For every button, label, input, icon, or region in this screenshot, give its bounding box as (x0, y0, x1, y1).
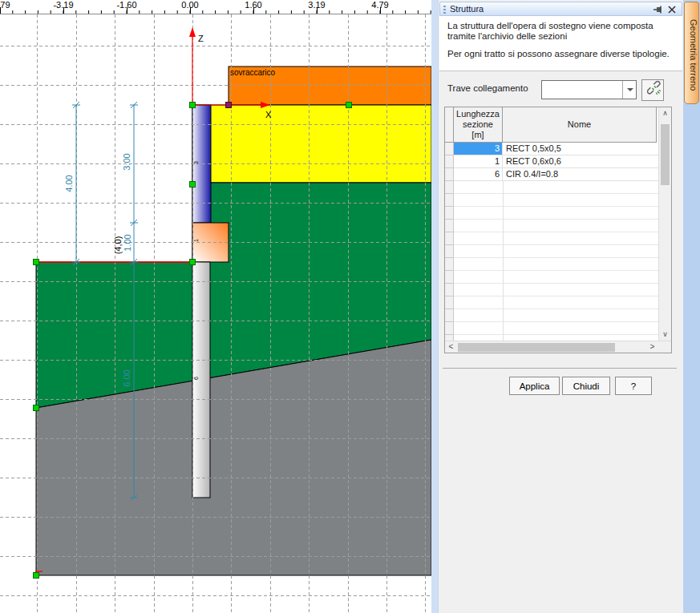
dimension-4m: 4.00 (64, 175, 74, 192)
trave-collegamento-input[interactable] (543, 82, 622, 98)
app-window: sovraccarico Z X 4.00 3.00 1.00 (0, 0, 700, 613)
ruler-label: 1.60 (245, 0, 261, 10)
panel-description: La struttura dell'opera di sostegno vien… (439, 16, 682, 71)
vertex-handle[interactable] (34, 260, 39, 265)
cell-lunghezza[interactable]: 1 (454, 155, 503, 168)
segment-tag-2: 1 (193, 239, 199, 242)
ruler-label: 3.19 (308, 0, 325, 10)
separator (443, 368, 677, 369)
vertex-handle[interactable] (190, 182, 196, 188)
segment-tag-3: 6 (193, 377, 199, 380)
vertical-scroll-thumb[interactable] (661, 124, 670, 185)
close-icon[interactable] (666, 4, 678, 15)
cell-nome[interactable]: RECT 0,6x0,6 (503, 155, 658, 168)
cell-nome[interactable]: CIR 0.4/I=0.8 (503, 168, 658, 181)
description-line-1: La struttura dell'opera di sostegno vien… (447, 21, 674, 42)
x-axis-label: X (265, 110, 272, 119)
tab-geometria-terreno[interactable]: Geometria terreno (684, 2, 699, 104)
ruler-label: 0.00 (181, 0, 198, 10)
scroll-left-icon[interactable] (445, 341, 457, 353)
vertex-handle[interactable] (34, 405, 39, 411)
row-header-column (445, 143, 454, 341)
horizontal-scrollbar[interactable] (445, 341, 671, 353)
vertical-scrollbar[interactable] (658, 107, 671, 341)
help-button[interactable]: ? (615, 377, 652, 395)
pin-icon[interactable] (653, 4, 664, 15)
table-body[interactable]: 3 RECT 0,5x0,5 1 RECT 0,6x0,6 6 CIR 0.4/… (445, 143, 658, 341)
ruler-label: -1.60 (116, 0, 136, 10)
dimension-3m: 3.00 (122, 153, 132, 170)
scroll-up-icon[interactable] (659, 107, 671, 119)
segment-tag-1: 3 (193, 161, 199, 164)
z-axis: Z (189, 27, 204, 105)
panel-titlebar[interactable]: Struttura (439, 2, 682, 16)
scroll-down-icon[interactable] (659, 329, 671, 341)
vertex-handle[interactable] (346, 103, 352, 108)
level-annotation: (4,0) (113, 236, 123, 255)
table-corner-cell (445, 107, 454, 143)
drag-grip-icon[interactable] (443, 6, 446, 14)
cell-nome[interactable]: RECT 0,5x0,5 (503, 143, 658, 155)
scroll-right-icon[interactable] (646, 341, 658, 353)
table-row[interactable]: 1 RECT 0,6x0,6 (454, 155, 658, 168)
horizontal-scroll-thumb[interactable] (458, 343, 615, 352)
description-line-2: Per ogni tratto si possono assegnare div… (447, 49, 674, 59)
column-header-nome[interactable]: Nome (503, 107, 657, 143)
vertex-handle[interactable] (34, 573, 39, 579)
sections-table[interactable]: Lunghezza sezione [m] Nome 3 RECT 0,5x0,… (444, 107, 672, 353)
unlink-button[interactable] (641, 79, 664, 101)
trave-collegamento-label: Trave collegamento (447, 83, 528, 93)
chevron-down-icon[interactable] (622, 81, 636, 99)
cell-lunghezza[interactable]: 6 (454, 168, 503, 181)
struttura-panel: Struttura La struttura dell'opera di sos… (438, 0, 683, 613)
dock-gap (431, 0, 438, 613)
z-axis-label: Z (198, 34, 204, 43)
z-axis-arrow-icon (189, 27, 196, 37)
column-header-lunghezza[interactable]: Lunghezza sezione [m] (454, 107, 503, 143)
dimension-1m: 1.00 (123, 234, 132, 251)
vertex-handle[interactable] (226, 103, 232, 108)
panel-title: Struttura (450, 4, 484, 14)
dimension-6m: 6.00 (122, 369, 132, 386)
table-row[interactable]: 3 RECT 0,5x0,5 (454, 143, 658, 155)
dock-strip: Geometria terreno (683, 0, 700, 613)
ruler-label: 4.79 (371, 0, 388, 10)
ruler-label: -3.19 (53, 0, 73, 10)
drawing-canvas[interactable]: sovraccarico Z X 4.00 3.00 1.00 (0, 0, 431, 613)
soil-layer-yellow[interactable] (192, 105, 431, 183)
table-row[interactable]: 6 CIR 0.4/I=0.8 (454, 168, 658, 181)
surcharge-label: sovraccarico (230, 68, 276, 77)
cell-lunghezza[interactable]: 3 (454, 143, 503, 155)
broken-link-icon (647, 81, 663, 97)
applica-button[interactable]: Applica (509, 377, 560, 395)
vertex-handle[interactable] (190, 260, 196, 265)
chiudi-button[interactable]: Chiudi (562, 377, 610, 395)
horizontal-ruler: -4.79 -3.19 -1.60 0.00 1.60 3.19 4.79 (0, 0, 431, 14)
trave-collegamento-combobox[interactable] (541, 80, 637, 99)
ruler-label: -4.79 (0, 0, 10, 10)
vertex-handle[interactable] (190, 103, 196, 108)
